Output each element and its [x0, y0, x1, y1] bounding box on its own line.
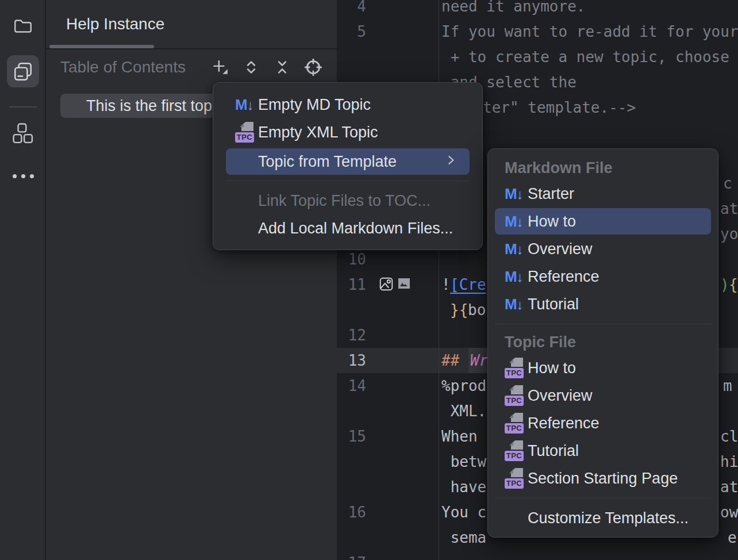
- editor-row: + to create a new topic, choose: [337, 44, 738, 70]
- menu-item-customize-templates[interactable]: Customize Templates...: [488, 504, 718, 532]
- submenu-item-topic-how-to[interactable]: TPCHow to: [488, 354, 718, 382]
- submenu-item-md-how-to[interactable]: M↓How to: [495, 208, 711, 235]
- code-segment: {: [729, 272, 738, 297]
- code-segment: %prod: [441, 373, 486, 398]
- markdown-file-icon: M↓: [505, 296, 525, 313]
- add-topic-context-menu: M↓ Empty MD Topic TPC Empty XML Topic To…: [213, 82, 483, 250]
- editor-row: 4need it anymore.: [337, 0, 738, 19]
- toc-section-title: Table of Contents: [60, 58, 186, 76]
- code-segment: ): [720, 272, 729, 297]
- code-segment: You c: [441, 500, 486, 525]
- submenu-item-topic-section-starting-page[interactable]: TPCSection Starting Page: [488, 465, 718, 492]
- menu-item-label: Tutorial: [528, 296, 579, 313]
- toc-toolbar: Table of Contents: [46, 51, 337, 84]
- menu-separator: [226, 181, 470, 181]
- more-icon: [13, 174, 34, 178]
- line-number: 13: [337, 348, 366, 373]
- markdown-file-icon: M↓: [235, 96, 256, 114]
- code-segment: yo: [720, 221, 738, 247]
- submenu-header-topic-file: Topic File: [488, 330, 718, 354]
- code-segment: cl: [720, 424, 738, 449]
- project-folder-icon[interactable]: [7, 10, 39, 42]
- image-outline-icon: [379, 277, 394, 291]
- topic-file-icon: TPC: [235, 122, 256, 143]
- menu-item-label: Overview: [528, 240, 593, 258]
- collapse-all-icon: [274, 59, 290, 75]
- markdown-file-icon: M↓: [505, 185, 525, 203]
- submenu-item-md-starter[interactable]: M↓Starter: [488, 180, 718, 208]
- submenu-item-topic-tutorial[interactable]: TPCTutorial: [488, 437, 718, 465]
- instances-icon: [13, 61, 33, 82]
- structure-tool-button[interactable]: [7, 117, 39, 149]
- menu-item-empty-md-topic[interactable]: M↓ Empty MD Topic: [213, 91, 482, 118]
- submenu-item-topic-reference[interactable]: TPCReference: [488, 409, 718, 437]
- code-segment: betw: [441, 449, 486, 474]
- markdown-file-icon: M↓: [505, 240, 525, 258]
- submenu-chevron-icon: [444, 153, 457, 171]
- submenu-item-md-overview[interactable]: M↓Overview: [488, 235, 718, 263]
- expand-all-button[interactable]: [243, 59, 260, 76]
- code-segment: + to create a new topic, choose: [441, 44, 729, 70]
- menu-item-label: Section Starting Page: [528, 470, 678, 488]
- code-segment: !: [441, 272, 451, 297]
- submenu-item-md-reference[interactable]: M↓Reference: [488, 263, 718, 290]
- submenu-item-md-tutorial[interactable]: M↓Tutorial: [488, 290, 718, 318]
- line-number: 14: [337, 373, 366, 398]
- menu-item-empty-xml-topic[interactable]: TPC Empty XML Topic: [213, 118, 482, 146]
- topic-file-icon: TPC: [505, 440, 525, 461]
- menu-item-label: How to: [528, 359, 576, 377]
- code-segment: }{: [450, 297, 468, 323]
- markdown-file-icon: M↓: [505, 268, 525, 286]
- menu-item-link-topic-files: Link Topic Files to TOC...: [213, 187, 482, 214]
- code-segment: ter" template.-->: [483, 95, 636, 120]
- line-number: 12: [337, 323, 366, 348]
- structure-icon: [13, 123, 33, 144]
- code-segment: Wr: [468, 348, 490, 373]
- menu-separator: [495, 498, 711, 498]
- line-number: 4: [337, 0, 366, 19]
- menu-separator: [495, 324, 711, 324]
- expand-all-icon: [243, 59, 259, 75]
- toc-tool-window-button[interactable]: [7, 55, 39, 87]
- line-number: 15: [337, 424, 366, 449]
- menu-item-label: How to: [528, 213, 576, 231]
- menu-item-add-local-markdown[interactable]: Add Local Markdown Files...: [213, 214, 482, 242]
- code-segment: When: [441, 424, 486, 449]
- code-segment: XML.: [441, 398, 486, 424]
- topic-template-submenu: Markdown File M↓StarterM↓How toM↓Overvie…: [487, 148, 718, 538]
- code-segment: at: [720, 474, 738, 500]
- menu-item-label: Reference: [528, 268, 599, 286]
- target-icon: [305, 59, 322, 76]
- image-filled-icon: [397, 277, 411, 290]
- code-segment: c: [723, 171, 732, 196]
- markdown-file-icon: M↓: [505, 213, 525, 231]
- menu-item-label: Tutorial: [528, 442, 579, 460]
- code-segment: m: [723, 373, 732, 398]
- line-number: 10: [337, 247, 366, 272]
- submenu-header-markdown-file: Markdown File: [488, 156, 718, 180]
- code-segment: have: [441, 474, 486, 500]
- line-number: 17: [337, 550, 366, 560]
- menu-item-label: Starter: [528, 185, 574, 203]
- tool-window-title: Help Instance: [66, 0, 164, 48]
- code-segment: ##: [441, 348, 468, 373]
- toc-item-label: This is the first topic: [60, 97, 224, 115]
- code-segment: hi: [720, 449, 738, 474]
- locate-file-button[interactable]: [305, 59, 322, 76]
- gutter-image-preview-icons[interactable]: [379, 277, 411, 291]
- menu-item-topic-from-template[interactable]: Topic from Template: [226, 148, 470, 175]
- submenu-item-topic-overview[interactable]: TPCOverview: [488, 382, 718, 409]
- folder-icon: [13, 16, 33, 36]
- editor-row: 17: [337, 550, 738, 560]
- more-tool-windows-button[interactable]: [7, 160, 39, 192]
- menu-item-label: Reference: [528, 415, 599, 432]
- add-topic-button[interactable]: [212, 59, 229, 76]
- topic-file-icon: TPC: [505, 358, 525, 378]
- topic-file-icon: TPC: [505, 468, 525, 489]
- code-segment: e: [728, 525, 737, 550]
- topic-file-icon: TPC: [505, 413, 525, 434]
- code-segment: If you want to re-add it for your: [441, 19, 738, 44]
- code-segment: bo: [468, 297, 486, 323]
- code-segment: need it anymore.: [441, 0, 585, 19]
- collapse-all-button[interactable]: [274, 59, 291, 76]
